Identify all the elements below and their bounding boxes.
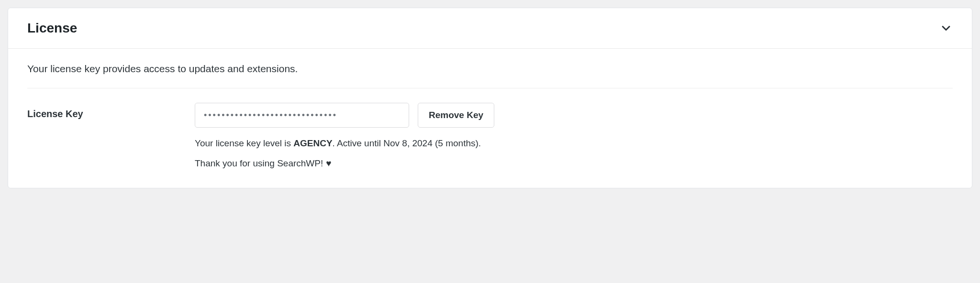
thankyou-text: Thank you for using SearchWP! ♥ <box>195 158 953 169</box>
panel-title: License <box>27 21 77 36</box>
license-level: AGENCY <box>293 138 332 148</box>
status-suffix: . Active until Nov 8, 2024 (5 months). <box>333 138 481 148</box>
license-key-row: License Key Remove Key Your license key … <box>27 103 953 169</box>
intro-text: Your license key provides access to upda… <box>27 63 953 88</box>
license-panel-body: Your license key provides access to upda… <box>8 49 972 188</box>
license-status: Your license key level is AGENCY. Active… <box>195 138 953 149</box>
chevron-down-icon <box>939 22 953 35</box>
license-key-label: License Key <box>27 103 185 120</box>
license-key-input[interactable] <box>195 103 409 128</box>
thankyou-message: Thank you for using SearchWP! <box>195 158 323 169</box>
status-prefix: Your license key level is <box>195 138 293 148</box>
license-panel: License Your license key provides access… <box>8 8 972 188</box>
license-key-content: Remove Key Your license key level is AGE… <box>195 103 953 169</box>
heart-icon: ♥ <box>326 158 331 169</box>
divider <box>27 88 953 88</box>
license-panel-header[interactable]: License <box>8 8 972 49</box>
input-group: Remove Key <box>195 103 953 128</box>
remove-key-button[interactable]: Remove Key <box>418 103 494 128</box>
